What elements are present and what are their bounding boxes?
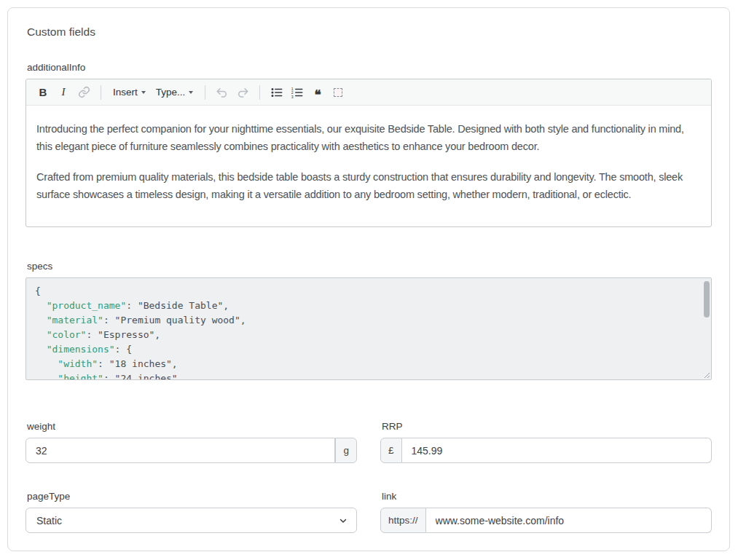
code-line: "material": "Premium quality wood", [35,313,694,328]
rich-text-editor: B I Insert Type... [25,79,712,227]
rrp-field: RRP £ [380,421,712,463]
custom-fields-panel: Custom fields additionalInfo B I Insert … [7,7,730,551]
weight-unit-suffix: g [335,438,357,463]
toolbar-divider [205,85,205,100]
dashed-box-icon [334,88,342,97]
vertical-scrollbar[interactable] [703,280,710,378]
resize-handle-icon[interactable] [702,370,710,379]
undo-button[interactable] [213,83,232,102]
redo-icon [236,86,249,99]
italic-button[interactable]: I [54,83,73,102]
link-button[interactable] [74,83,93,102]
page-type-selected-value: Static [36,515,62,527]
toolbar-divider [101,85,101,100]
toolbar-divider [259,85,260,100]
specs-code-editor[interactable]: { "product_name": "Bedside Table", "mate… [25,277,712,380]
redo-button[interactable] [233,83,252,102]
link-label: link [382,491,712,502]
link-input[interactable] [426,508,712,533]
code-line: { [35,284,694,299]
chevron-down-icon [189,91,193,94]
code-line: "height": "24 inches", [35,371,694,380]
insert-dropdown-label: Insert [113,87,138,98]
rrp-input[interactable] [402,438,712,463]
rrp-label: RRP [382,421,712,432]
page-title: Custom fields [27,25,712,39]
page-type-select[interactable]: Static [25,508,357,533]
bullet-list-icon [270,86,283,99]
weight-field: weight g [25,421,357,463]
rte-paragraph: Crafted from premium quality materials, … [36,168,701,203]
code-line: "product_name": "Bedside Table", [35,299,694,313]
scrollbar-thumb[interactable] [704,281,710,318]
rte-content[interactable]: Introducing the perfect companion for yo… [26,106,711,226]
link-icon [78,86,90,98]
weight-label: weight [27,421,357,432]
additional-info-label: additionalInfo [27,62,712,73]
svg-text:3: 3 [291,94,294,98]
type-dropdown-label: Type... [156,87,186,98]
specs-code: { "product_name": "Bedside Table", "mate… [35,284,694,380]
page-type-field: pageType Static [25,491,357,533]
bullet-list-button[interactable] [267,83,286,102]
code-sample-button[interactable] [329,83,348,102]
numbered-list-icon: 1 2 3 [291,86,304,99]
undo-icon [216,86,229,99]
currency-prefix: £ [380,438,402,463]
chevron-down-icon [141,91,146,94]
rte-toolbar: B I Insert Type... [26,79,711,106]
weight-input[interactable] [25,438,335,463]
link-field: link https:// [380,491,712,533]
protocol-prefix: https:// [380,508,426,533]
specs-label: specs [27,261,712,272]
bold-button[interactable]: B [34,83,52,102]
code-line: "width": "18 inches", [35,357,694,371]
page-type-label: pageType [27,491,357,502]
insert-dropdown[interactable]: Insert [109,83,150,102]
code-line: "color": "Espresso", [35,328,694,342]
numbered-list-button[interactable]: 1 2 3 [288,83,307,102]
type-dropdown[interactable]: Type... [152,83,198,102]
chevron-down-icon [339,516,348,525]
blockquote-icon: ❝ [315,92,321,99]
blockquote-button[interactable]: ❝ [308,83,327,102]
code-line: "dimensions": { [35,342,694,357]
rte-paragraph: Introducing the perfect companion for yo… [36,120,701,155]
